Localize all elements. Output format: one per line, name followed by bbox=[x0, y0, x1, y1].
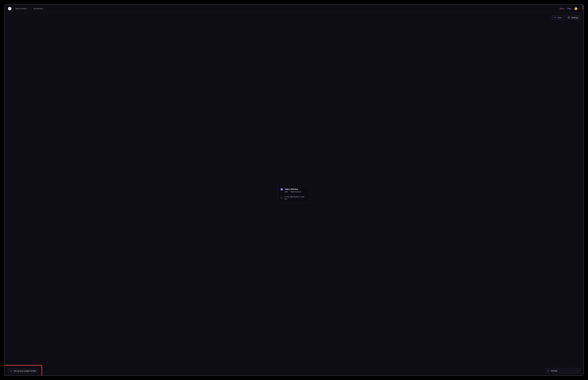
plus-icon bbox=[554, 17, 556, 19]
canvas[interactable]: New Settings + Add a Service ⌘K → New Se… bbox=[5, 13, 583, 375]
add-service-title: Add a Service bbox=[285, 188, 301, 190]
avatar bbox=[574, 7, 577, 10]
help-link[interactable]: Help bbox=[567, 7, 571, 10]
chevron-down-icon bbox=[578, 8, 580, 9]
settings-button-label: Settings bbox=[571, 17, 578, 19]
terminal-icon bbox=[10, 370, 12, 372]
breadcrumb-environment-label: production bbox=[34, 7, 43, 10]
chevron-down-icon bbox=[44, 8, 46, 9]
breadcrumb-project-label: busy-control bbox=[16, 7, 27, 10]
app-window: / busy-control / production Docs Help bbox=[4, 4, 584, 376]
info-icon bbox=[281, 197, 283, 199]
new-button-label: New bbox=[558, 17, 562, 19]
header-right: Docs Help bbox=[560, 7, 580, 10]
user-menu[interactable] bbox=[574, 7, 580, 10]
breadcrumb: / busy-control / production bbox=[8, 7, 46, 10]
settings-button[interactable]: Settings bbox=[565, 15, 581, 20]
activity-label: Activity bbox=[551, 370, 557, 372]
new-button[interactable]: New bbox=[552, 15, 564, 20]
activity-icon bbox=[547, 370, 549, 372]
add-service-hint: or top-right button is fine too. bbox=[284, 196, 307, 200]
docs-link[interactable]: Docs bbox=[560, 7, 564, 10]
add-service-card[interactable]: + Add a Service ⌘K → New Service or top-… bbox=[278, 185, 310, 203]
plus-badge-icon: + bbox=[281, 188, 283, 190]
add-service-shortcut: ⌘K → New Service bbox=[285, 191, 301, 193]
breadcrumb-environment[interactable]: production bbox=[34, 7, 46, 10]
svg-point-2 bbox=[568, 17, 569, 18]
chevron-down-icon bbox=[28, 8, 29, 9]
chevron-up-icon bbox=[577, 369, 579, 372]
top-actions: New Settings bbox=[552, 15, 581, 20]
header: / busy-control / production Docs Help bbox=[5, 5, 583, 13]
setup-locally-label: Set up your project locally bbox=[14, 370, 36, 372]
breadcrumb-separator: / bbox=[31, 7, 32, 10]
breadcrumb-separator: / bbox=[13, 7, 14, 10]
gear-icon bbox=[568, 17, 570, 19]
scrollbar[interactable] bbox=[583, 5, 583, 10]
setup-locally-button[interactable]: Set up your project locally bbox=[8, 369, 38, 373]
logo-icon[interactable] bbox=[8, 7, 11, 10]
highlight-annotation: Set up your project locally bbox=[4, 365, 42, 376]
activity-panel-toggle[interactable]: Activity bbox=[545, 368, 581, 373]
breadcrumb-project[interactable]: busy-control bbox=[16, 7, 29, 10]
